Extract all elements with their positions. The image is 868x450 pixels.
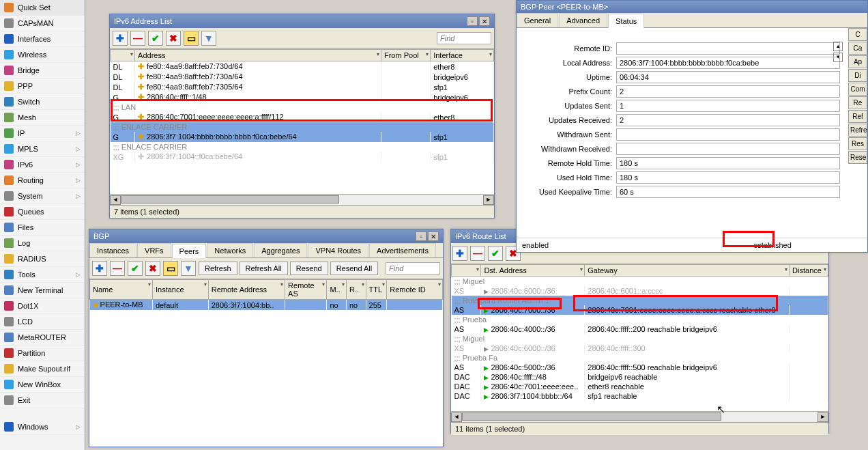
side-button[interactable]: Ca (848, 42, 867, 55)
sidebar-item[interactable]: Routing▷ (0, 173, 85, 188)
action-button[interactable]: Refresh (199, 262, 237, 275)
sidebar-item[interactable]: New WinBox (0, 377, 85, 393)
field-label: Uptime: (521, 73, 616, 81)
scroll-up[interactable]: ▴ (833, 42, 843, 51)
window-title: BGP Peer <PEER-to-MB> (521, 3, 863, 11)
cursor-icon: ↖ (717, 403, 725, 416)
sidebar-item[interactable]: Quick Set (0, 0, 85, 16)
sidebar-item[interactable]: Partition (0, 346, 85, 361)
toolbar: ✚ — ✔ ✖ ▭ ▼ RefreshRefresh AllResendRese… (89, 258, 443, 279)
sidebar-item[interactable]: Make Supout.rif (0, 361, 85, 377)
statusbar: 7 items (1 selected) (110, 205, 494, 218)
sidebar-item[interactable]: RADIUS (0, 251, 85, 267)
filter-button[interactable]: ▼ (201, 31, 216, 46)
sidebar-item[interactable]: CAPsMAN (0, 16, 85, 31)
side-button[interactable]: Re (848, 96, 867, 109)
field-label: Updates Sent: (521, 102, 616, 110)
sidebar-item[interactable]: IPv6▷ (0, 157, 85, 173)
disable-button[interactable]: ✖ (145, 261, 160, 276)
tab[interactable]: Advertisements (369, 243, 436, 257)
tabs: GeneralAdvancedStatus (517, 13, 867, 28)
sidebar-item[interactable]: PPP (0, 79, 85, 94)
tab[interactable]: Instances (89, 243, 136, 257)
disable-button[interactable]: ✖ (166, 31, 181, 46)
sidebar-item[interactable]: Switch (0, 94, 85, 110)
field-value: 180 s (616, 171, 840, 184)
action-button[interactable]: Resend All (330, 262, 379, 275)
tab[interactable]: Aggregates (254, 243, 307, 257)
sidebar-item[interactable]: Windows▷ (0, 419, 85, 435)
minimize-button[interactable]: ▫ (416, 231, 426, 241)
sidebar-item[interactable]: Files (0, 220, 85, 236)
sidebar-item[interactable]: MetaROUTER (0, 330, 85, 346)
sidebar-item[interactable]: New Terminal (0, 283, 85, 298)
established-label: established (753, 241, 792, 249)
sidebar-item[interactable]: System▷ (0, 188, 85, 204)
sidebar-item[interactable]: Interfaces (0, 31, 85, 47)
sidebar-item[interactable]: Wireless (0, 47, 85, 63)
sidebar-item[interactable]: Log (0, 236, 85, 251)
field-value (616, 143, 840, 155)
enable-button[interactable]: ✔ (128, 261, 143, 276)
enable-button[interactable]: ✔ (488, 246, 503, 261)
add-button[interactable]: ✚ (113, 31, 128, 46)
sidebar-item[interactable]: IP▷ (0, 126, 85, 141)
tab[interactable]: Peers (172, 244, 207, 258)
side-button[interactable]: Refre (848, 124, 867, 137)
close-button[interactable]: ✕ (428, 231, 439, 241)
remove-button[interactable]: — (470, 246, 485, 261)
comment-button[interactable]: ▭ (163, 261, 178, 276)
bgp-peer-window: BGP Peer <PEER-to-MB> GeneralAdvancedSta… (516, 0, 868, 253)
filter-button[interactable]: ▼ (181, 261, 196, 276)
remove-button[interactable]: — (130, 31, 145, 46)
window-title: IPv6 Address List (114, 17, 467, 25)
side-button[interactable]: C (848, 28, 867, 41)
minimize-button[interactable]: ▫ (467, 16, 478, 26)
tab[interactable]: Networks (207, 243, 253, 257)
find-input[interactable] (386, 262, 440, 275)
field-value: 60 s (616, 186, 840, 198)
side-button[interactable]: Di (848, 69, 867, 82)
add-button[interactable]: ✚ (452, 246, 467, 261)
side-button[interactable]: Res (848, 137, 867, 150)
field-value: 1 (616, 100, 840, 112)
titlebar[interactable]: IPv6 Address List ▫ ✕ (110, 14, 494, 28)
sidebar-item[interactable]: Queues (0, 204, 85, 220)
remove-button[interactable]: — (110, 261, 125, 276)
close-button[interactable]: ✕ (479, 16, 490, 26)
tab[interactable]: VRFs (137, 243, 171, 257)
add-button[interactable]: ✚ (92, 261, 107, 276)
scroll-down[interactable]: ▾ (833, 53, 843, 62)
sidebar-item[interactable]: Tools▷ (0, 267, 85, 283)
sidebar-item[interactable]: Dot1X (0, 298, 85, 314)
side-button[interactable]: Com (848, 83, 867, 96)
tab[interactable]: General (517, 13, 558, 27)
comment-button[interactable]: ▭ (184, 31, 199, 46)
field-value: 06:04:34 (616, 71, 840, 83)
field-value: 180 s (616, 157, 840, 169)
titlebar[interactable]: BGP ▫✕ (89, 229, 443, 243)
action-button[interactable]: Refresh All (240, 262, 288, 275)
tab[interactable]: Advanced (559, 13, 607, 27)
sidebar-item[interactable]: Mesh (0, 110, 85, 126)
titlebar[interactable]: BGP Peer <PEER-to-MB> (517, 1, 867, 13)
side-button[interactable]: Ap (848, 55, 867, 68)
field-label: Remote ID: (521, 44, 616, 53)
sidebar: Quick SetCAPsMANInterfacesWirelessBridge… (0, 0, 85, 450)
h-scrollbar[interactable]: ◄► (451, 411, 828, 422)
find-input[interactable] (437, 32, 491, 44)
ipv6-address-list-window: IPv6 Address List ▫ ✕ ✚ — ✔ ✖ ▭ ▼ ▾Addre… (109, 14, 495, 219)
sidebar-item[interactable]: Bridge (0, 63, 85, 79)
side-button[interactable]: Ref (848, 110, 867, 123)
sidebar-item[interactable]: Exit (0, 393, 85, 408)
side-button[interactable]: Rese (848, 151, 867, 164)
action-button[interactable]: Resend (290, 262, 328, 275)
sidebar-item[interactable]: LCD (0, 314, 85, 330)
enable-button[interactable]: ✔ (148, 31, 163, 46)
bgp-window: BGP ▫✕ InstancesVRFsPeersNetworksAggrega… (89, 229, 444, 447)
h-scrollbar[interactable]: ◄► (110, 194, 494, 205)
tab[interactable]: Status (608, 14, 644, 28)
tab[interactable]: VPN4 Routes (308, 243, 368, 257)
sidebar-item[interactable]: MPLS▷ (0, 141, 85, 157)
field-label: Withdrawn Received: (521, 145, 616, 153)
